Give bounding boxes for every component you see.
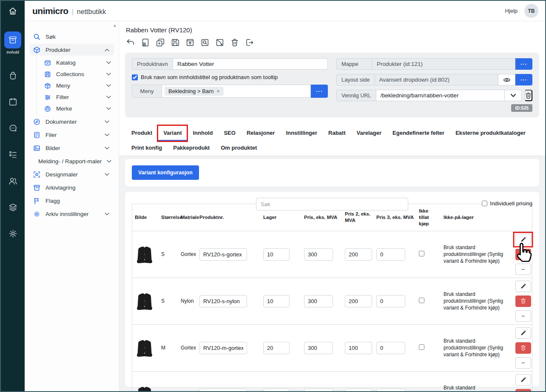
- delete-variant-button[interactable]: [515, 295, 531, 307]
- menu-more-button[interactable]: ···: [311, 85, 328, 98]
- sku-input[interactable]: [199, 295, 247, 307]
- rail-item-orders[interactable]: [8, 71, 18, 80]
- sidebar-item-collections[interactable]: Collections: [43, 68, 114, 80]
- tab-innstillinger[interactable]: Innstillinger: [280, 126, 323, 141]
- upload-button[interactable]: [185, 37, 195, 48]
- remove-variant-button[interactable]: −: [515, 264, 531, 275]
- sidebar-item-flagg[interactable]: Flagg: [30, 195, 114, 207]
- sidebar-item-bilder[interactable]: Bilder: [30, 142, 114, 154]
- sidebar-item-filer[interactable]: Filer: [30, 129, 114, 141]
- price2-input[interactable]: [345, 342, 372, 354]
- sidebar-item-sok[interactable]: Søk: [30, 31, 114, 43]
- edit-variant-button[interactable]: [515, 374, 531, 386]
- sidebar-item-melding-rapport-maler[interactable]: Melding- / Rapport-maler: [30, 155, 114, 167]
- undo-button[interactable]: [126, 37, 135, 48]
- sku-input[interactable]: [199, 389, 247, 392]
- sidebar-item-katalog[interactable]: Katalog: [43, 57, 114, 68]
- help-link[interactable]: Hjelp: [505, 8, 518, 14]
- stock-input[interactable]: [263, 248, 290, 261]
- folder-more-button[interactable]: ···: [515, 58, 532, 70]
- sidebar-item-filter[interactable]: Filter: [43, 91, 114, 103]
- rail-item-layers[interactable]: [8, 202, 18, 212]
- price-input[interactable]: [304, 295, 333, 307]
- edit-variant-button[interactable]: [515, 281, 531, 292]
- page-head: Rabben Votter (RV120): [119, 21, 545, 51]
- stock-input[interactable]: [263, 342, 290, 354]
- sidebar-item-designmaler[interactable]: Designmaler: [30, 168, 114, 180]
- price2-input[interactable]: [345, 248, 372, 261]
- friendly-url-delete-button[interactable]: [525, 90, 532, 101]
- friendly-url-dropdown-button[interactable]: [505, 90, 522, 101]
- stock-input[interactable]: [263, 295, 290, 307]
- product-name-input[interactable]: [173, 58, 328, 70]
- sidebar-scroll-up[interactable]: ▲: [113, 23, 117, 28]
- menu-tag-remove[interactable]: ×: [217, 88, 220, 94]
- sidebar-item-dokumenter[interactable]: Dokumenter: [30, 116, 114, 128]
- rail-item-calendar[interactable]: [8, 97, 18, 107]
- price3-input[interactable]: [376, 389, 405, 392]
- price3-input[interactable]: [376, 295, 405, 307]
- sidebar-item-merke[interactable]: Merke: [43, 103, 114, 114]
- add-document-button[interactable]: [141, 37, 150, 48]
- price2-input[interactable]: [345, 389, 372, 392]
- disallow-purchase-checkbox[interactable]: [419, 298, 424, 303]
- disable-preview-button[interactable]: [215, 37, 225, 48]
- delete-variant-button[interactable]: [515, 389, 531, 392]
- tab-relasjoner[interactable]: Relasjoner: [241, 126, 280, 141]
- tab-egendefinerte-felter[interactable]: Egendefinerte felter: [387, 126, 450, 141]
- tab-produkt[interactable]: Produkt: [126, 126, 158, 141]
- tab-eksterne-produktkataloger[interactable]: Eksterne produktkataloger: [450, 126, 531, 141]
- rail-item-customers[interactable]: [8, 176, 18, 186]
- tab-variant[interactable]: Variant: [158, 126, 187, 141]
- row-actions: −: [514, 372, 532, 392]
- preview-search-button[interactable]: [200, 37, 210, 48]
- delete-variant-button[interactable]: [515, 249, 531, 260]
- home-button[interactable]: [1, 1, 25, 21]
- tab-om-produktet[interactable]: Om produktet: [215, 141, 262, 156]
- sidebar-item-produkter[interactable]: Produkter: [30, 44, 114, 56]
- delete-product-button[interactable]: [230, 37, 239, 48]
- disallow-purchase-checkbox[interactable]: [419, 344, 424, 350]
- price-input[interactable]: [304, 342, 333, 354]
- user-avatar[interactable]: TB: [524, 4, 538, 18]
- tab-rabatt[interactable]: Rabatt: [323, 126, 351, 141]
- tab-innhold[interactable]: Innhold: [187, 126, 218, 141]
- tab-varelager[interactable]: Varelager: [351, 126, 387, 141]
- layout-preview-button[interactable]: [498, 74, 515, 85]
- edit-variant-button[interactable]: [515, 327, 531, 339]
- remove-variant-button[interactable]: −: [515, 310, 531, 322]
- price2-input[interactable]: [345, 295, 372, 307]
- price-input[interactable]: [304, 389, 333, 392]
- rail-item-settings[interactable]: [8, 229, 18, 239]
- save-button[interactable]: [171, 37, 180, 48]
- export-button[interactable]: [245, 37, 254, 48]
- rail-item-innhold[interactable]: Innhold: [4, 31, 21, 54]
- stock-input[interactable]: [263, 389, 290, 392]
- folder-label: Mappe: [336, 58, 372, 70]
- disallow-purchase-checkbox[interactable]: [419, 251, 424, 256]
- tab-print-konfig[interactable]: Print konfig: [126, 141, 168, 156]
- rail-item-lists[interactable]: [8, 150, 18, 159]
- sku-input[interactable]: [199, 342, 247, 354]
- sku-input[interactable]: [199, 248, 247, 261]
- delete-variant-button[interactable]: [515, 342, 531, 354]
- sidebar-item-arkivlagring[interactable]: Arkivlagring: [30, 182, 114, 193]
- individual-pricing-checkbox[interactable]: [482, 201, 487, 206]
- sidebar-item-arkiv-innstillinger[interactable]: Arkiv innstillinger: [30, 208, 114, 220]
- name-tooltip-checkbox[interactable]: [132, 74, 138, 80]
- edit-variant-button[interactable]: [515, 234, 531, 245]
- tab-pakkeprodukt[interactable]: Pakkeprodukt: [168, 141, 215, 156]
- price3-input[interactable]: [376, 342, 405, 354]
- variant-search-input[interactable]: [256, 198, 408, 210]
- menu-field[interactable]: Bekledning > Barn ×: [162, 85, 311, 98]
- rail-item-messages[interactable]: [8, 123, 18, 133]
- tab-seo[interactable]: SEO: [218, 126, 241, 141]
- price3-input[interactable]: [376, 248, 405, 261]
- remove-variant-button[interactable]: −: [515, 357, 531, 369]
- friendly-url-input[interactable]: [376, 90, 505, 101]
- sidebar-item-meny[interactable]: Meny: [43, 80, 114, 91]
- variant-config-button[interactable]: Variant konfigurasjon: [132, 165, 199, 180]
- layout-more-button[interactable]: ···: [515, 74, 532, 85]
- price-input[interactable]: [304, 248, 333, 261]
- duplicate-button[interactable]: [156, 37, 165, 48]
